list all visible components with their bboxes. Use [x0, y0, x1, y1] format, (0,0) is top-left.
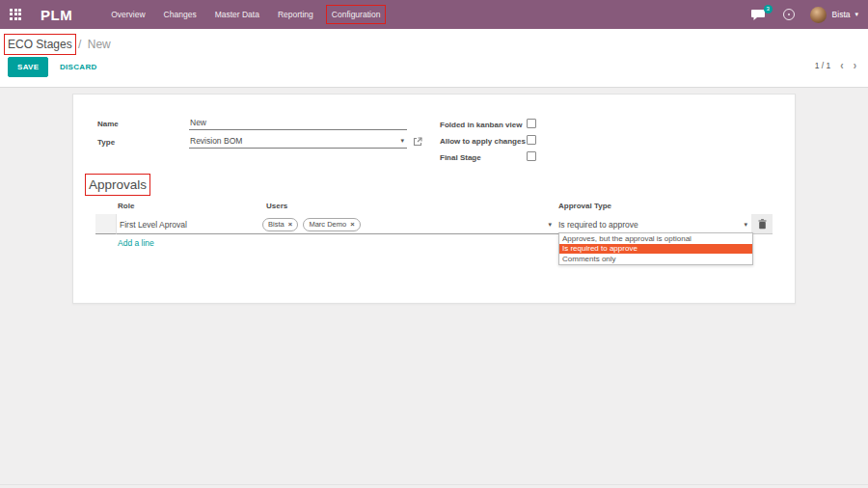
- final-stage-checkbox[interactable]: [527, 151, 536, 161]
- chevron-down-icon[interactable]: ▾: [548, 221, 552, 229]
- user-tag: Bista×: [262, 218, 298, 231]
- chevron-down-icon[interactable]: ▾: [744, 221, 747, 229]
- add-a-line-link[interactable]: Add a line: [118, 238, 154, 248]
- messages-icon[interactable]: 3: [751, 8, 767, 21]
- name-input[interactable]: New: [189, 117, 407, 130]
- menu-configuration[interactable]: Configuration: [329, 8, 384, 21]
- type-label: Type: [97, 138, 115, 147]
- topbar-right: 3 Bista ▾: [751, 0, 868, 29]
- breadcrumb-current: New: [88, 38, 111, 51]
- dropdown-option-required[interactable]: Is required to approve: [559, 244, 752, 255]
- approval-type-select[interactable]: Is required to approve ▾: [556, 214, 751, 234]
- type-select[interactable]: Revision BOM ▾: [189, 135, 407, 149]
- app-title: PLM: [41, 7, 72, 23]
- user-tag-label: Bista: [268, 220, 285, 229]
- column-header-users: Users: [266, 202, 287, 210]
- user-menu[interactable]: Bista: [832, 10, 851, 19]
- external-link-icon[interactable]: [413, 137, 422, 147]
- chevron-down-icon[interactable]: ▾: [400, 137, 404, 145]
- message-count-badge: 3: [764, 5, 773, 14]
- approvals-section-title: Approvals: [89, 177, 147, 192]
- role-cell[interactable]: First Level Aproval: [117, 214, 259, 234]
- menu-changes[interactable]: Changes: [161, 8, 200, 21]
- menu-overview[interactable]: Overview: [108, 8, 148, 21]
- pager-next-icon[interactable]: ›: [854, 60, 856, 72]
- type-select-value: Revision BOM: [190, 136, 242, 146]
- approval-type-dropdown: Approves, but the approval is optional I…: [558, 232, 753, 265]
- delete-row-button[interactable]: [751, 214, 773, 234]
- column-header-approval-type: Approval Type: [558, 202, 611, 210]
- main-menu: Overview Changes Master Data Reporting C…: [108, 8, 383, 21]
- column-header-role: Role: [118, 202, 134, 210]
- plm-eco-stage-form-screen: PLM Overview Changes Master Data Reporti…: [0, 0, 868, 488]
- user-tag: Marc Demo×: [303, 218, 360, 231]
- apps-grid-icon[interactable]: [10, 9, 23, 21]
- activities-clock-icon[interactable]: [783, 9, 795, 20]
- content-area: Name New Type Revision BOM ▾ Folded in k…: [0, 88, 868, 488]
- form-sheet: Name New Type Revision BOM ▾ Folded in k…: [72, 94, 796, 304]
- menu-reporting[interactable]: Reporting: [275, 8, 316, 21]
- remove-tag-icon[interactable]: ×: [288, 220, 292, 229]
- approval-type-value: Is required to approve: [558, 220, 638, 230]
- name-label: Name: [97, 120, 119, 128]
- save-button[interactable]: SAVE: [8, 57, 48, 77]
- users-cell[interactable]: Bista× Marc Demo× ▾: [259, 214, 556, 234]
- folded-kanban-checkbox[interactable]: [527, 119, 536, 128]
- breadcrumb-separator: /: [78, 38, 81, 51]
- pager-counter: 1 / 1: [815, 61, 831, 70]
- allow-apply-changes-label: Allow to apply changes: [440, 137, 526, 146]
- user-avatar[interactable]: [810, 7, 827, 23]
- pager: 1 / 1 ‹ ›: [815, 61, 856, 70]
- folded-kanban-label: Folded in kanban view: [440, 121, 522, 129]
- control-panel: ECO Stages / New SAVE DISCARD 1 / 1 ‹ ›: [0, 29, 868, 88]
- breadcrumb-eco-stages[interactable]: ECO Stages: [8, 38, 72, 51]
- user-tag-label: Marc Demo: [309, 220, 346, 229]
- remove-tag-icon[interactable]: ×: [350, 220, 354, 229]
- breadcrumb: ECO Stages / New: [8, 38, 111, 51]
- dropdown-option-comments[interactable]: Comments only: [559, 254, 752, 264]
- pager-previous-icon[interactable]: ‹: [840, 60, 843, 72]
- dropdown-option-optional[interactable]: Approves, but the approval is optional: [559, 233, 752, 244]
- menu-master-data[interactable]: Master Data: [212, 8, 262, 21]
- final-stage-label: Final Stage: [440, 153, 481, 162]
- row-drag-handle[interactable]: [95, 214, 117, 234]
- topbar: PLM Overview Changes Master Data Reporti…: [0, 0, 868, 29]
- allow-apply-changes-checkbox[interactable]: [527, 135, 536, 145]
- discard-button[interactable]: DISCARD: [54, 57, 103, 77]
- trash-icon: [758, 219, 767, 230]
- chevron-down-icon: ▾: [854, 11, 858, 18]
